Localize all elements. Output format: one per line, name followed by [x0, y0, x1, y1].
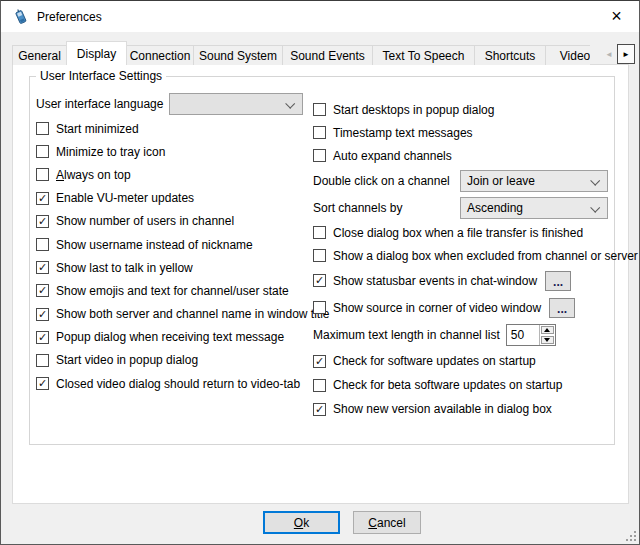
dropdown-label: Double click on a channel — [313, 174, 460, 188]
checkbox-label[interactable]: Show last to talk in yellow — [56, 261, 193, 275]
checkbox-label[interactable]: Show emojis and text for channel/user st… — [56, 284, 289, 298]
checkbox-label[interactable]: Start minimized — [56, 122, 139, 136]
checkbox[interactable] — [36, 122, 49, 135]
tab-display[interactable]: Display — [66, 41, 127, 65]
checkbox-label[interactable]: Start desktops in popup dialog — [333, 103, 494, 117]
dialog-footer: Ok Cancel — [1, 511, 640, 534]
chevron-down-icon — [590, 202, 600, 212]
checkbox[interactable] — [313, 301, 326, 314]
checkbox[interactable]: ✓ — [313, 355, 326, 368]
group-title: User Interface Settings — [36, 69, 166, 83]
checkbox-label[interactable]: Popup dialog when receiving text message — [56, 330, 284, 344]
checkbox-label[interactable]: Closed video dialog should return to vid… — [56, 377, 300, 391]
cancel-button[interactable]: Cancel — [353, 511, 421, 534]
checkbox-row: Start video in popup dialog — [36, 349, 312, 372]
checkbox[interactable] — [313, 149, 326, 162]
checkbox[interactable] — [313, 103, 326, 116]
checkbox-row: Auto expand channels — [313, 144, 615, 167]
dropdown-label: Sort channels by — [313, 201, 460, 215]
sort-channels-combobox[interactable]: Ascending — [460, 197, 608, 219]
preferences-dialog: Preferences × General Display Connection… — [0, 0, 640, 545]
checkbox[interactable]: ✓ — [313, 403, 326, 416]
spinner-up-button[interactable] — [541, 326, 554, 334]
tab-sound-events[interactable]: Sound Events — [282, 45, 373, 65]
statusbar-events-ellipsis-button[interactable]: ... — [545, 271, 571, 291]
checkbox-label[interactable]: Always on top — [56, 168, 131, 182]
ok-button[interactable]: Ok — [263, 511, 340, 534]
double-click-combobox[interactable]: Join or leave — [460, 170, 608, 192]
checkbox[interactable] — [36, 238, 49, 251]
checkbox[interactable] — [36, 168, 49, 181]
double-click-combobox-value: Join or leave — [467, 174, 535, 188]
checkbox-label[interactable]: Show number of users in channel — [56, 214, 234, 228]
checkbox-row: ✓ Check for software updates on startup — [313, 349, 615, 373]
tab-scroll-left-button: ◄ — [601, 44, 617, 64]
checkbox-button-row: Show source in corner of video window ..… — [313, 294, 615, 321]
checkbox-label[interactable]: Timestamp text messages — [333, 126, 473, 140]
tab-sound-system[interactable]: Sound System — [193, 45, 283, 65]
display-tab-page: User Interface Settings User interface l… — [12, 64, 629, 504]
checkbox-button-row: ✓ Show statusbar events in chat-window .… — [313, 267, 615, 294]
checkbox-label[interactable]: Enable VU-meter updates — [56, 191, 194, 205]
checkbox-row: Show username instead of nickname — [36, 233, 312, 256]
checkbox-row: Close dialog box when a file transfer is… — [313, 221, 615, 244]
checkbox[interactable]: ✓ — [36, 261, 49, 274]
checkbox-label[interactable]: Auto expand channels — [333, 149, 452, 163]
tab-shortcuts[interactable]: Shortcuts — [474, 45, 546, 65]
spinner-label: Maximum text length in channel list — [313, 328, 500, 342]
video-source-ellipsis-button[interactable]: ... — [549, 298, 575, 318]
checkbox-label[interactable]: Show source in corner of video window — [333, 301, 541, 315]
checkbox[interactable]: ✓ — [36, 215, 49, 228]
checkbox-row: Timestamp text messages — [313, 121, 615, 144]
checkbox-row: ✓ Show new version available in dialog b… — [313, 397, 615, 421]
checkbox-row: Check for beta software updates on start… — [313, 373, 615, 397]
spinner-buttons — [539, 325, 555, 345]
checkbox[interactable]: ✓ — [36, 192, 49, 205]
window-title: Preferences — [37, 10, 102, 24]
language-combobox[interactable] — [169, 93, 303, 115]
checkbox-label[interactable]: Show a dialog box when excluded from cha… — [333, 249, 638, 263]
dropdown-row: Sort channels by Ascending — [313, 194, 615, 221]
checkbox-row: ✓ Popup dialog when receiving text messa… — [36, 326, 312, 349]
dropdown-row: Double click on a channel Join or leave — [313, 167, 615, 194]
checkbox-row: Start desktops in popup dialog — [313, 98, 615, 121]
checkbox[interactable] — [313, 226, 326, 239]
tab-connection[interactable]: Connection — [126, 45, 194, 65]
max-text-length-spinner[interactable]: 50 — [506, 324, 556, 346]
checkbox[interactable] — [313, 379, 326, 392]
checkbox[interactable] — [36, 145, 49, 158]
checkbox[interactable] — [36, 354, 49, 367]
checkbox-label[interactable]: Check for software updates on startup — [333, 354, 536, 368]
checkbox-label[interactable]: Start video in popup dialog — [56, 353, 198, 367]
checkbox-label[interactable]: Minimize to tray icon — [56, 145, 165, 159]
checkbox-label[interactable]: Show new version available in dialog box — [333, 402, 552, 416]
chevron-down-icon — [590, 175, 600, 185]
tab-video[interactable]: Video — [545, 45, 590, 65]
checkbox-row: Always on top — [36, 163, 312, 186]
checkbox-label[interactable]: Show username instead of nickname — [56, 238, 253, 252]
sort-channels-combobox-value: Ascending — [467, 201, 523, 215]
checkbox[interactable]: ✓ — [36, 377, 49, 390]
checkbox[interactable] — [313, 126, 326, 139]
tab-text-to-speech[interactable]: Text To Speech — [372, 45, 475, 65]
tab-scroll-right-button[interactable]: ► — [617, 44, 635, 64]
checkbox[interactable] — [313, 249, 326, 262]
spinner-value[interactable]: 50 — [507, 325, 539, 345]
checkbox[interactable]: ✓ — [313, 274, 326, 287]
checkbox-row: ✓ Show emojis and text for channel/user … — [36, 279, 312, 302]
checkbox-label[interactable]: Check for beta software updates on start… — [333, 378, 562, 392]
checkbox[interactable]: ✓ — [36, 331, 49, 344]
arrow-up-icon — [544, 328, 550, 332]
checkbox[interactable]: ✓ — [36, 308, 49, 321]
close-button[interactable]: × — [594, 1, 639, 32]
spinner-down-button[interactable] — [541, 336, 554, 344]
tab-general[interactable]: General — [12, 45, 67, 65]
checkbox-label[interactable]: Show both server and channel name in win… — [56, 307, 330, 321]
resize-grip-icon[interactable] — [623, 528, 636, 541]
checkbox[interactable]: ✓ — [36, 284, 49, 297]
checkbox-row: ✓ Enable VU-meter updates — [36, 187, 312, 210]
checkbox-label[interactable]: Close dialog box when a file transfer is… — [333, 226, 583, 240]
titlebar[interactable]: Preferences × — [1, 1, 639, 32]
checkbox-label[interactable]: Show statusbar events in chat-window — [333, 274, 537, 288]
checkbox-row: Show a dialog box when excluded from cha… — [313, 244, 615, 267]
